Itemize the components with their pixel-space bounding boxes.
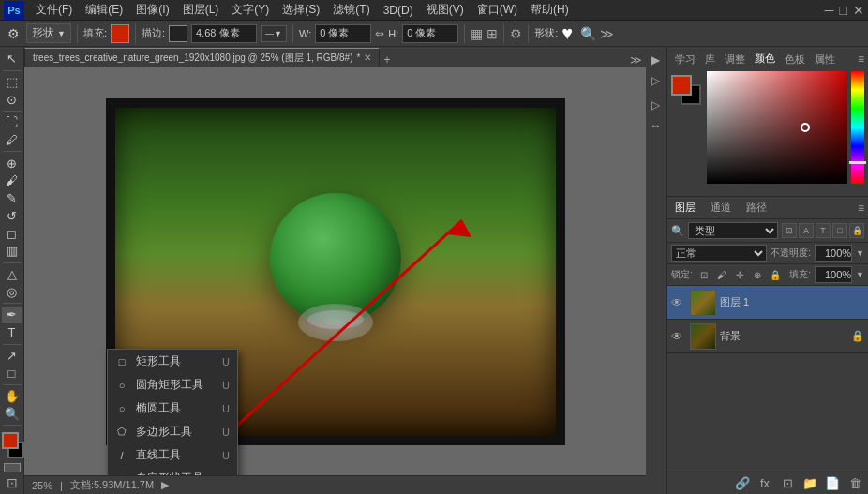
align-icon[interactable]: ▦ <box>471 26 483 41</box>
menu-window[interactable]: 窗口(W) <box>471 0 523 20</box>
menu-layer[interactable]: 图层(L) <box>177 0 225 20</box>
delete-layer-button[interactable]: 🗑 <box>846 475 864 492</box>
add-style-button[interactable]: fx <box>756 475 774 492</box>
link-layers-button[interactable]: 🔗 <box>733 475 752 492</box>
selection-tool[interactable]: ↖ <box>2 51 22 67</box>
quick-mask-icon[interactable] <box>4 463 21 472</box>
blur-tool[interactable]: △ <box>2 266 22 283</box>
context-menu-item-ellipse[interactable]: ○ 椭圆工具 U <box>108 397 237 420</box>
distribute-icon[interactable]: ⊞ <box>486 26 498 41</box>
bg-layer-visibility-icon[interactable]: 👁 <box>671 330 686 343</box>
canvas-area[interactable]: □ 矩形工具 U ○ 圆角矩形工具 U ○ 椭圆工具 U ⬠ 多边形工具 <box>24 67 646 475</box>
new-layer-button[interactable]: 📄 <box>823 475 842 492</box>
add-mask-button[interactable]: ⊡ <box>778 475 797 492</box>
zoom-tool[interactable]: 🔍 <box>2 405 22 422</box>
context-menu-item-line[interactable]: / 直线工具 U <box>108 443 237 467</box>
menu-filter[interactable]: 滤镜(T) <box>327 0 375 20</box>
lasso-tool[interactable]: ⊙ <box>2 91 22 108</box>
menu-3d[interactable]: 3D(D) <box>378 2 419 19</box>
eraser-tool[interactable]: ◻ <box>2 225 22 242</box>
close-button[interactable]: ✕ <box>853 3 864 18</box>
new-group-button[interactable]: 📁 <box>801 475 819 492</box>
layers-filter-dropdown[interactable]: 类型 <box>688 222 778 239</box>
arrange-icon[interactable]: ⚙ <box>510 26 522 41</box>
layer-item-1[interactable]: 👁 图层 1 <box>667 286 868 320</box>
tab-learn[interactable]: 学习 <box>671 52 699 67</box>
layers-tab-channels[interactable]: 通道 <box>707 199 735 217</box>
status-arrow-icon[interactable]: ▶ <box>161 479 169 491</box>
stroke-style-dropdown[interactable]: —▼ <box>261 25 287 42</box>
path-select-tool[interactable]: ↗ <box>2 347 22 364</box>
fill-chevron-icon[interactable]: ▼ <box>856 270 864 279</box>
add-tab-button[interactable]: + <box>383 53 390 67</box>
marquee-tool[interactable]: ⬚ <box>2 74 22 91</box>
link-dimensions-icon[interactable]: ⇔ <box>375 27 384 40</box>
lock-artboard-icon[interactable]: ⊕ <box>750 267 765 282</box>
options-extra-icon[interactable]: ≫ <box>600 26 614 41</box>
filter-smart-icon[interactable]: 🔒 <box>849 223 864 238</box>
brush-tool[interactable]: 🖌 <box>2 172 22 189</box>
maximize-button[interactable]: □ <box>840 3 847 18</box>
mid-btn-3[interactable]: ▷ <box>647 96 666 114</box>
dodge-tool[interactable]: ◎ <box>2 283 22 300</box>
menu-file[interactable]: 文件(F) <box>30 0 78 20</box>
tab-close-button[interactable]: ✕ <box>364 52 371 63</box>
opacity-chevron-icon[interactable]: ▼ <box>856 248 864 258</box>
context-menu-item-rounded-rect[interactable]: ○ 圆角矩形工具 U <box>108 373 237 397</box>
tab-library[interactable]: 库 <box>701 52 719 67</box>
layers-panel-menu-icon[interactable]: ≡ <box>858 202 864 215</box>
blend-mode-dropdown[interactable]: 正常 <box>671 245 767 262</box>
screen-mode-icon[interactable]: ⊡ <box>7 475 18 490</box>
menu-select[interactable]: 选择(S) <box>277 0 325 20</box>
context-menu-item-rect[interactable]: □ 矩形工具 U <box>108 350 237 373</box>
lock-all-icon[interactable]: 🔒 <box>768 267 783 282</box>
fg-swatch[interactable] <box>671 75 692 96</box>
menu-text[interactable]: 文字(Y) <box>226 0 275 20</box>
filter-adjustment-icon[interactable]: A <box>799 223 814 238</box>
width-input[interactable] <box>315 24 371 43</box>
context-menu-item-custom[interactable]: ✦ 自定形状工具 U <box>108 467 237 475</box>
fill-input[interactable] <box>815 266 852 283</box>
hue-slider[interactable] <box>851 71 864 184</box>
opacity-input[interactable] <box>815 245 852 262</box>
panel-menu-icon[interactable]: ≡ <box>858 52 864 66</box>
tab-color[interactable]: 颜色 <box>751 51 779 67</box>
healing-tool[interactable]: ⊕ <box>2 155 22 172</box>
stroke-color-preview[interactable] <box>169 25 187 42</box>
filter-shape-icon[interactable]: □ <box>832 223 847 238</box>
history-tool[interactable]: ↺ <box>2 208 22 225</box>
document-tab[interactable]: trees_trees_creative_nature_green_1920x1… <box>24 48 380 67</box>
tool-preset-icon[interactable]: ⚙ <box>4 24 22 43</box>
shape-tool[interactable]: □ <box>2 365 22 382</box>
gradient-tool[interactable]: ▥ <box>2 243 22 260</box>
tab-properties[interactable]: 属性 <box>811 52 839 67</box>
lock-transparent-icon[interactable]: ⊡ <box>696 267 711 282</box>
hand-tool[interactable]: ✋ <box>2 388 22 405</box>
fill-color-preview[interactable] <box>111 24 129 43</box>
lock-position-icon[interactable]: ✛ <box>732 267 747 282</box>
height-input[interactable] <box>402 24 458 43</box>
menu-help[interactable]: 帮助(H) <box>525 0 575 20</box>
shape-dropdown[interactable]: 形状 ▼ <box>26 23 71 43</box>
layers-tab-paths[interactable]: 路径 <box>742 199 771 217</box>
menu-image[interactable]: 图像(I) <box>130 0 174 20</box>
search-icon[interactable]: 🔍 <box>580 26 596 41</box>
eyedropper-tool[interactable]: 🖊 <box>2 132 22 149</box>
shape-heart-icon[interactable]: ♥ <box>561 22 573 44</box>
context-menu-item-polygon[interactable]: ⬠ 多边形工具 U <box>108 420 237 443</box>
saturation-picker[interactable] <box>707 71 847 184</box>
layer-1-visibility-icon[interactable]: 👁 <box>671 296 686 309</box>
foreground-color[interactable] <box>2 432 19 449</box>
mid-btn-4[interactable]: ↔ <box>647 116 666 135</box>
layer-item-background[interactable]: 👁 背景 🔒 <box>667 320 868 353</box>
text-tool[interactable]: T <box>2 324 22 341</box>
menu-view[interactable]: 视图(V) <box>421 0 470 20</box>
filter-pixel-icon[interactable]: ⊡ <box>782 223 797 238</box>
lock-image-icon[interactable]: 🖌 <box>714 267 729 282</box>
mid-btn-2[interactable]: ▷ <box>647 71 666 90</box>
menu-edit[interactable]: 编辑(E) <box>80 0 128 20</box>
tab-adjustments[interactable]: 调整 <box>721 52 749 67</box>
stamp-tool[interactable]: ✎ <box>2 190 22 207</box>
pen-tool[interactable]: ✒ <box>2 307 22 323</box>
stroke-size-input[interactable] <box>191 24 257 43</box>
